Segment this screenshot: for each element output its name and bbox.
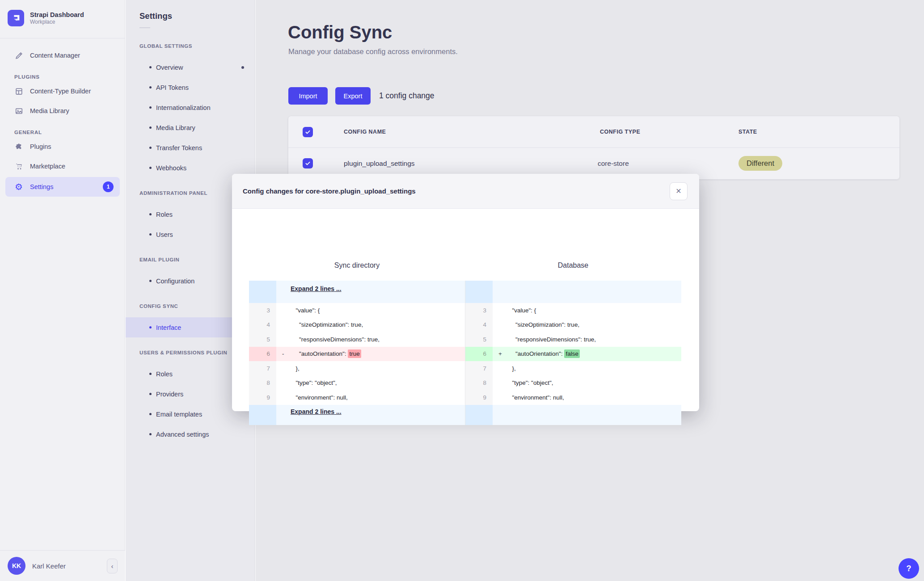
bullet-icon — [149, 280, 152, 282]
expand-lines-link[interactable]: Expand 2 lines ... — [291, 405, 342, 425]
diff-expand-gutter — [249, 281, 276, 303]
page-title: Config Sync — [288, 22, 392, 42]
code-text: "responsiveDimensions": true, — [291, 336, 465, 343]
nav-item-marketplace[interactable]: Marketplace — [0, 156, 125, 176]
bullet-icon — [149, 233, 152, 236]
col-header-config-name: CONFIG NAME — [344, 116, 386, 147]
settings-nav-item-transfer-tokens[interactable]: Transfer Tokens — [126, 138, 255, 158]
settings-nav-item-api-tokens[interactable]: API Tokens — [126, 77, 255, 97]
bullet-icon — [149, 213, 152, 215]
diff-line-4: 4 "sizeOptimization": true, — [249, 318, 465, 333]
settings-nav-item-internationalization[interactable]: Internationalization — [126, 97, 255, 118]
settings-nav-item-label: Transfer Tokens — [156, 144, 202, 152]
config-change-count: 1 config change — [379, 87, 435, 105]
nav-item-label: Content-Type Builder — [30, 88, 91, 95]
main-nav: Content Manager PLUGINS Content-Type Bui… — [0, 38, 125, 197]
code-text: "sizeOptimization": true, — [291, 321, 465, 328]
settings-section-config-sync: CONFIG SYNC — [139, 302, 246, 311]
diff-line-8: 8 "type": "object", — [465, 376, 681, 391]
settings-nav-item-label: Media Library — [156, 124, 195, 131]
diff-pane-sync-directory: Expand 2 lines ...3 "value": {4 "sizeOpt… — [249, 281, 465, 425]
code-text: "sizeOptimization": true, — [507, 321, 681, 328]
settings-nav-item-overview[interactable]: Overview — [126, 57, 255, 77]
diff-line-5: 5 "responsiveDimensions": true, — [465, 332, 681, 347]
code-text: "value": { — [507, 307, 681, 314]
line-number: 4 — [465, 318, 493, 333]
notification-dot-icon — [241, 66, 244, 69]
settings-nav-item-media-library[interactable]: Media Library — [126, 118, 255, 138]
bullet-icon — [149, 86, 152, 88]
collapse-sidebar-button[interactable]: ‹ — [107, 559, 118, 573]
code-text: "type": "object", — [291, 379, 465, 386]
code-text: "responsiveDimensions": true, — [507, 336, 681, 343]
settings-section-email-plugin: EMAIL PLUGIN — [139, 255, 246, 264]
export-button[interactable]: Export — [335, 87, 371, 105]
nav-item-media-library[interactable]: Media Library — [0, 101, 125, 121]
settings-section-global-settings: GLOBAL SETTINGS — [139, 42, 246, 51]
nav-item-plugins[interactable]: Plugins — [0, 137, 125, 156]
line-number: 5 — [249, 332, 276, 347]
settings-nav-item-advanced-settings[interactable]: Advanced settings — [126, 424, 255, 444]
close-icon[interactable]: ✕ — [670, 182, 688, 200]
settings-title: Settings — [126, 0, 255, 21]
diff-expand-row-bottom: Expand 2 lines ... — [249, 405, 465, 425]
diff-line-9: 9 "environment": null, — [465, 390, 681, 405]
nav-item-label: Plugins — [30, 143, 51, 150]
nav-item-content-type-builder[interactable]: Content-Type Builder — [0, 81, 125, 101]
bullet-icon — [149, 106, 152, 109]
bullet-icon — [149, 167, 152, 169]
code-text: "environment": null, — [507, 394, 681, 401]
nav-item-label: Marketplace — [30, 163, 65, 170]
line-number: 3 — [249, 303, 276, 318]
bullet-icon — [149, 326, 152, 328]
import-button[interactable]: Import — [288, 87, 328, 105]
settings-section-administration-panel: ADMINISTRATION PANEL — [139, 189, 246, 198]
workspace-header[interactable]: Strapi Dashboard Workplace — [0, 0, 125, 35]
added-marker: + — [493, 350, 507, 357]
settings-section-users-permissions-plugin: USERS & PERMISSIONS PLUGIN — [139, 348, 246, 357]
help-button[interactable]: ? — [899, 558, 919, 579]
table-header-row: CONFIG NAME CONFIG TYPE STATE — [288, 116, 899, 148]
settings-nav-item-label: Configuration — [156, 278, 194, 285]
bullet-icon — [149, 126, 152, 129]
config-diff-modal: Config changes for core-store.plugin_upl… — [232, 174, 699, 411]
expand-lines-link[interactable]: Expand 2 lines ... — [291, 281, 342, 303]
code-text: "type": "object", — [507, 379, 681, 386]
diff-line-7: 7 }, — [465, 361, 681, 376]
page-subtitle: Manage your database config across envir… — [288, 47, 458, 56]
picture-icon — [14, 106, 23, 115]
pencil-icon — [14, 51, 23, 60]
settings-nav-item-label: Internationalization — [156, 104, 211, 111]
bullet-icon — [149, 147, 152, 149]
diff-line-6-removed: 6- "autoOrientation": true — [249, 347, 465, 362]
select-all-checkbox[interactable] — [303, 127, 313, 137]
line-number: 8 — [465, 376, 493, 391]
code-text: "value": { — [291, 307, 465, 314]
diff-line-6-added: 6+ "autoOrientation": false — [465, 347, 681, 362]
state-badge: Different — [738, 156, 782, 171]
nav-item-settings[interactable]: ⚙ Settings 1 — [5, 177, 120, 197]
avatar[interactable]: KK — [8, 557, 25, 575]
settings-nav-item-label: Advanced settings — [156, 431, 209, 438]
settings-nav-item-label: Users — [156, 231, 173, 238]
settings-nav-item-label: Interface — [156, 324, 181, 331]
diff-right-title: Database — [465, 261, 681, 269]
nav-item-content-manager[interactable]: Content Manager — [0, 46, 125, 65]
diff-expand-gutter — [465, 405, 493, 425]
modal-title: Config changes for core-store.plugin_upl… — [243, 187, 416, 195]
row-checkbox[interactable] — [303, 158, 313, 168]
nav-item-label: Settings — [30, 183, 53, 190]
nav-section-general: GENERAL — [14, 130, 125, 135]
settings-notification-badge: 1 — [103, 181, 114, 192]
diff-viewer: Expand 2 lines ...3 "value": {4 "sizeOpt… — [249, 281, 681, 425]
config-table: CONFIG NAME CONFIG TYPE STATE plugin_upl… — [288, 116, 899, 179]
diff-expand-row-top: Expand 2 lines ... — [249, 281, 465, 303]
line-number: 4 — [249, 318, 276, 333]
settings-nav-item-label: Roles — [156, 370, 173, 378]
diff-expand-row-top — [465, 281, 681, 303]
strapi-logo-icon — [8, 10, 24, 26]
line-number: 5 — [465, 332, 493, 347]
layout-grid-icon — [14, 87, 23, 96]
code-text: "environment": null, — [291, 394, 465, 401]
settings-title-divider — [139, 27, 150, 28]
